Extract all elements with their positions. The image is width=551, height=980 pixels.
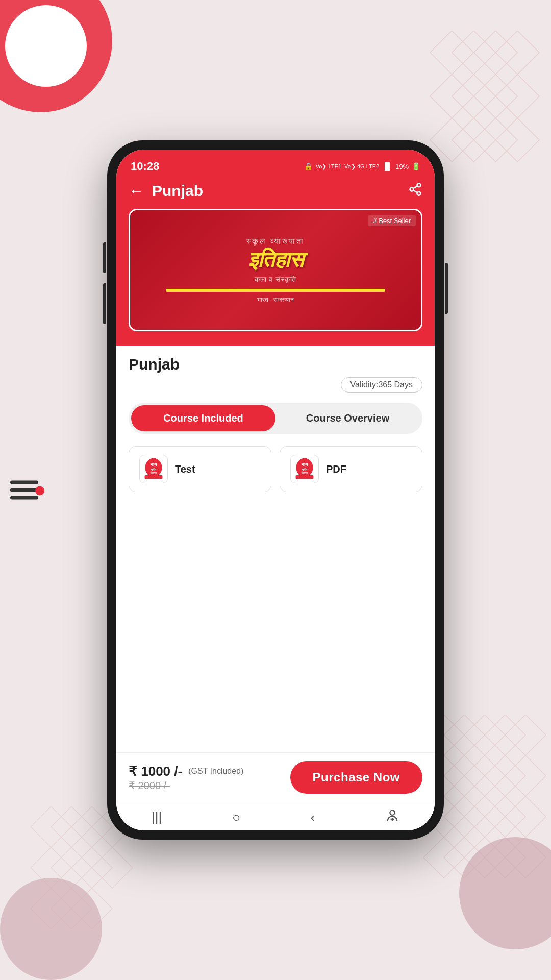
nav-recents[interactable]: ||| (152, 810, 162, 825)
svg-marker-33 (51, 806, 92, 847)
svg-marker-20 (485, 755, 525, 796)
svg-marker-37 (51, 847, 92, 888)
svg-marker-40 (31, 888, 71, 929)
item-card-pdf[interactable]: नाथ पब्लि केशन PDF (280, 446, 422, 492)
tab-course-overview[interactable]: Course Overview (276, 405, 420, 431)
svg-point-44 (410, 188, 414, 191)
header-title: Punjab (152, 182, 408, 200)
svg-marker-7 (495, 75, 539, 118)
hero-title: इतिहास (248, 248, 304, 272)
back-button[interactable]: ← (129, 182, 144, 200)
svg-marker-19 (464, 755, 505, 796)
svg-marker-16 (505, 715, 546, 755)
svg-marker-32 (31, 806, 71, 847)
validity-badge: Validity:365 Days (341, 377, 422, 393)
nav-bar: ||| ○ ‹ (116, 802, 435, 830)
price-section: ₹ 1000 /- (GST Included) ₹ 2000 /- (129, 764, 243, 792)
yellow-divider (166, 289, 385, 292)
svg-marker-39 (92, 847, 133, 888)
status-icons: 🔒 Vo❯ LTE1 Vo❯ 4G LTE2 ▐▌ 19% 🔋 (304, 162, 420, 170)
svg-marker-34 (71, 806, 112, 847)
svg-line-47 (413, 186, 417, 189)
svg-rect-59 (296, 475, 314, 479)
svg-line-46 (413, 190, 417, 193)
svg-marker-4 (430, 75, 474, 118)
svg-marker-38 (71, 847, 112, 888)
nav-back[interactable]: ‹ (311, 810, 315, 825)
nav-home[interactable]: ○ (232, 810, 240, 825)
tab-course-included[interactable]: Course Included (131, 405, 276, 431)
svg-marker-1 (452, 31, 496, 75)
bottom-bar: ₹ 1000 /- (GST Included) ₹ 2000 /- Purch… (116, 752, 435, 802)
vol-down-button (103, 283, 106, 324)
svg-marker-21 (505, 755, 546, 796)
svg-text:पब्लि: पब्लि (302, 468, 308, 471)
gst-note: (GST Included) (188, 767, 243, 776)
vol-up-button (103, 242, 106, 273)
power-button (445, 263, 448, 314)
svg-marker-10 (474, 118, 518, 162)
app-header: ← Punjab (116, 176, 435, 209)
svg-marker-9 (452, 118, 496, 162)
svg-marker-23 (444, 796, 485, 837)
item-logo-pdf: नाथ पब्लि केशन (290, 455, 319, 483)
main-content: # Best Seller स्कूल व्याख्याता इतिहास कल… (116, 209, 435, 830)
svg-marker-41 (51, 888, 92, 929)
svg-marker-26 (505, 796, 546, 837)
svg-marker-2 (474, 31, 518, 75)
signal-icon: ▐▌ (382, 162, 392, 170)
battery-indicator: 19% (395, 163, 409, 170)
current-price: ₹ 1000 /- (129, 764, 182, 779)
item-logo-test: नाथ पब्लि केशन (139, 455, 168, 483)
phone-frame: 10:28 🔒 Vo❯ LTE1 Vo❯ 4G LTE2 ▐▌ 19% 🔋 ← … (107, 140, 444, 840)
svg-marker-29 (464, 837, 505, 878)
items-grid: नाथ पब्लि केशन Test (129, 446, 422, 492)
item-label-test: Test (175, 463, 195, 475)
status-time: 10:28 (131, 160, 159, 173)
svg-marker-31 (505, 837, 546, 878)
svg-marker-6 (474, 75, 518, 118)
svg-marker-5 (452, 75, 496, 118)
content-spacer (116, 502, 435, 752)
nav-user[interactable] (385, 808, 399, 826)
svg-marker-11 (495, 118, 539, 162)
hero-subtitle-top: स्कूल व्याख्याता (246, 237, 305, 246)
svg-marker-14 (464, 715, 505, 755)
svg-text:नाथ: नाथ (301, 462, 308, 467)
share-button[interactable] (408, 182, 422, 200)
hero-image: # Best Seller स्कूल व्याख्याता इतिहास कल… (129, 209, 422, 331)
network-indicator: Vo❯ LTE1 (316, 163, 341, 170)
svg-point-60 (390, 811, 394, 815)
svg-marker-3 (495, 31, 539, 75)
svg-marker-36 (31, 847, 71, 888)
hero-container: # Best Seller स्कूल व्याख्याता इतिहास कल… (116, 209, 435, 346)
tab-container: Course Included Course Overview (129, 403, 422, 434)
hero-subtitle-bottom: कला व संस्कृति (255, 275, 297, 284)
svg-text:नाथ: नाथ (150, 462, 157, 467)
status-bar: 10:28 🔒 Vo❯ LTE1 Vo❯ 4G LTE2 ▐▌ 19% 🔋 (116, 150, 435, 176)
svg-text:केशन: केशन (301, 471, 308, 475)
purchase-button[interactable]: Purchase Now (290, 761, 422, 794)
svg-text:पब्लि: पब्लि (151, 468, 157, 471)
svg-text:केशन: केशन (150, 471, 157, 475)
svg-marker-18 (444, 755, 485, 796)
network-indicator2: Vo❯ 4G LTE2 (344, 163, 379, 170)
svg-marker-24 (464, 796, 505, 837)
svg-marker-30 (485, 837, 525, 878)
course-title: Punjab (129, 356, 422, 373)
lock-icon: 🔒 (304, 162, 313, 170)
hero-region: भारत - राजस्थान (257, 296, 294, 303)
svg-marker-13 (444, 715, 485, 755)
original-price: ₹ 2000 /- (129, 779, 243, 792)
battery-icon: 🔋 (412, 162, 420, 170)
svg-marker-28 (444, 837, 485, 878)
svg-marker-25 (485, 796, 525, 837)
content-section: Punjab Validity:365 Days Course Included… (116, 346, 435, 502)
best-seller-badge: # Best Seller (368, 215, 416, 226)
svg-point-45 (417, 192, 421, 195)
svg-marker-15 (485, 715, 525, 755)
svg-marker-42 (71, 888, 112, 929)
item-card-test[interactable]: नाथ पब्लि केशन Test (129, 446, 271, 492)
svg-marker-27 (423, 837, 464, 878)
svg-point-43 (417, 183, 421, 187)
